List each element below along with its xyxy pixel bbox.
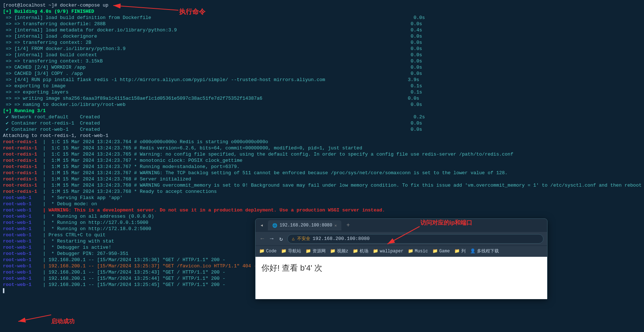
address-bar[interactable]: △ 不安全 192.168.200.100:8080 — [287, 234, 543, 244]
terminal-line: => [internal] load build context 0.0s — [3, 52, 641, 58]
terminal-line: ✔ Container root-redis-1 Created 0.0s — [3, 120, 641, 126]
bookmark-resource[interactable]: 📁 资源网 — [306, 248, 326, 254]
folder-icon: 📁 — [330, 248, 336, 254]
terminal-line: => [internal] load build definition from… — [3, 15, 641, 21]
terminal-line: => [1/4] FROM docker.io/library/python:3… — [3, 46, 641, 52]
terminal-line: => => transferring dockerfile: 288B 0.0s — [3, 21, 641, 27]
terminal-prompt: [root@localhost ~]# docker-compose up — [3, 2, 641, 8]
bookmark-music[interactable]: 📁 Music — [408, 248, 428, 254]
terminal-line: Attaching to root-redis-1, root-web-1 — [3, 133, 641, 139]
bookmark-wallpaper[interactable]: 📁 wallpaper — [373, 248, 404, 254]
browser-tab[interactable]: 🌐 192.168.200.100:8080 ✕ — [268, 220, 341, 230]
browser-tab-bar: ◀ 🌐 192.168.200.100:8080 ✕ + — [255, 219, 547, 232]
new-tab-button[interactable]: + — [344, 222, 352, 229]
bookmark-game[interactable]: 📁 Game — [432, 248, 450, 254]
terminal-line: root-redis-1 | 1:M 15 Mar 2024 13:24:23.… — [3, 176, 641, 182]
terminal-line: root-redis-1 | 1:M 15 Mar 2024 13:24:23.… — [3, 182, 641, 188]
bookmark-label: 资源网 — [312, 248, 326, 254]
ip-annotation: 访问对应的ip和端口 — [420, 219, 472, 227]
folder-icon: 📁 — [259, 248, 265, 254]
tab-close-button[interactable]: ✕ — [334, 223, 337, 228]
folder-icon: 📁 — [281, 248, 287, 254]
user-icon: 👤 — [470, 248, 476, 254]
terminal-line: root-web-1 | * Debug mode: on — [3, 201, 641, 207]
browser-content: 你好! 查看 b'4' 次 — [255, 257, 547, 299]
execute-command-annotation: 执行命令 — [179, 7, 205, 16]
insecure-icon: △ 不安全 — [292, 236, 310, 242]
bookmark-code[interactable]: 📁 Code — [259, 248, 277, 254]
bookmark-nav[interactable]: 📁 导航站 — [281, 248, 301, 254]
bookmark-label: wallpaper — [380, 249, 404, 254]
terminal-line: => [internal] load metadata for docker.i… — [3, 27, 641, 33]
terminal-line: => => transferring context: 3.15kB 0.0s — [3, 58, 641, 64]
terminal-line: root-redis-1 | 1:M 15 Mar 2024 13:24:23.… — [3, 164, 641, 170]
bookmark-label: 导航站 — [288, 248, 301, 254]
browser-bookmarks-bar: 📁 Code 📁 导航站 📁 资源网 📁 视频z 📁 机场 📁 wallpape… — [255, 246, 547, 257]
terminal-line: [+] Building 4.0s (9/9) FINISHED — [3, 8, 641, 15]
terminal-line: => exporting to image 0.1s — [3, 83, 641, 89]
terminal-line: => [internal] load .dockerignore 0.0s — [3, 33, 641, 39]
terminal-line: => => writing image sha256:6aaa3f89a1c41… — [3, 95, 641, 102]
bookmark-label: 机场 — [360, 248, 368, 254]
terminal-line: => => transferring context: 2B 0.0s — [3, 39, 641, 46]
page-greeting: 你好! 查看 b'4' 次 — [261, 263, 541, 274]
terminal-line: => CACHED [2/4] WORKDIR /app 0.0s — [3, 64, 641, 70]
folder-icon: 📁 — [373, 248, 378, 254]
terminal-line: => => naming to docker.io/library/root-w… — [3, 102, 641, 108]
folder-icon: 📁 — [306, 248, 311, 254]
terminal-line: ✔ Network root_default Created 0.2s — [3, 114, 641, 120]
terminal-line: root-redis-1 | 1:C 15 Mar 2024 13:24:23.… — [3, 145, 641, 151]
browser-nav-left[interactable]: ◀ — [258, 222, 265, 229]
bookmark-label: 多线程下载 — [477, 248, 499, 254]
terminal-line: root-redis-1 | 1:C 15 Mar 2024 13:24:23.… — [3, 139, 641, 145]
folder-icon: 📁 — [353, 248, 358, 254]
refresh-button[interactable]: ↻ — [278, 234, 284, 243]
terminal-line: root-redis-1 | 1:M 15 Mar 2024 13:24:23.… — [3, 188, 641, 195]
address-text: 192.168.200.100:8080 — [312, 236, 370, 241]
terminal-line: => CACHED [3/4] COPY . /app 0.0s — [3, 70, 641, 77]
bookmark-label: Music — [415, 249, 428, 254]
bookmark-list[interactable]: 📁 列 — [454, 248, 466, 254]
start-success-annotation: 启动成功 — [51, 318, 75, 325]
terminal-line: root-web-1 | WARNING: This is a developm… — [3, 207, 641, 213]
bookmark-airport[interactable]: 📁 机场 — [353, 248, 368, 254]
forward-button[interactable]: → — [269, 235, 275, 243]
terminal-line: root-redis-1 | 1:C 15 Mar 2024 13:24:23.… — [3, 151, 641, 157]
bookmark-multithread[interactable]: 👤 多线程下载 — [470, 248, 499, 254]
terminal-line: => => exporting layers 0.1s — [3, 89, 641, 95]
folder-icon: 📁 — [408, 248, 413, 254]
bookmark-label: Code — [266, 249, 277, 254]
terminal-line: ✔ Container root-web-1 Created 0.0s — [3, 126, 641, 133]
back-button[interactable]: ← — [259, 235, 266, 243]
bookmark-label: 视频z — [337, 248, 348, 254]
terminal-line: root-web-1 | * Serving Flask app 'app' — [3, 195, 641, 201]
bookmark-label: Game — [439, 249, 450, 254]
terminal-line: => [4/4] RUN pip install flask redis -i … — [3, 77, 641, 83]
bookmark-label: 列 — [461, 248, 466, 254]
tab-title: 192.168.200.100:8080 — [280, 223, 332, 228]
folder-icon: 📁 — [454, 248, 460, 254]
browser-toolbar: ← → ↻ △ 不安全 192.168.200.100:8080 — [255, 232, 547, 246]
folder-icon: 📁 — [432, 248, 438, 254]
terminal-line: root-redis-1 | 1:M 15 Mar 2024 13:24:23.… — [3, 157, 641, 164]
terminal-line: root-redis-1 | 1:M 15 Mar 2024 13:24:23.… — [3, 170, 641, 176]
browser-window: ◀ 🌐 192.168.200.100:8080 ✕ + ← → ↻ △ 不安全… — [255, 218, 548, 299]
terminal-line: [+] Running 3/1 — [3, 108, 641, 114]
tab-secure-icon: 🌐 — [272, 223, 277, 228]
bookmark-video[interactable]: 📁 视频z — [330, 248, 348, 254]
